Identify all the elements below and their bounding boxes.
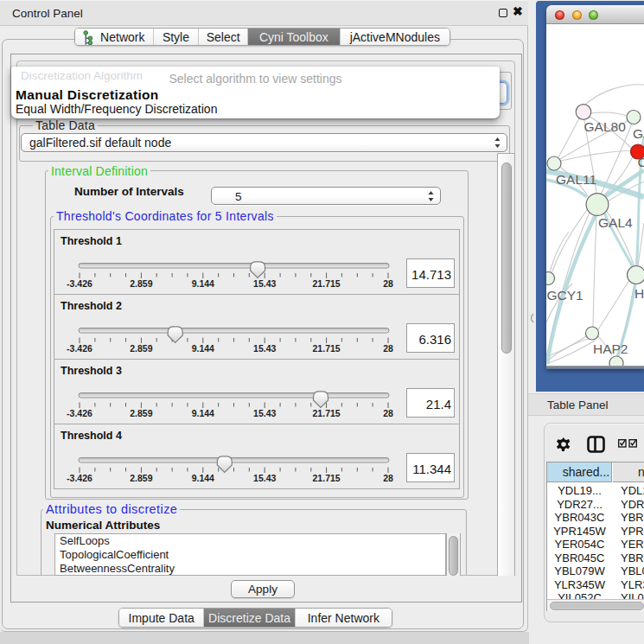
svg-text:2.859: 2.859 xyxy=(130,343,152,354)
svg-text:28: 28 xyxy=(383,278,393,289)
svg-text:14.713: 14.713 xyxy=(411,267,451,282)
svg-text:21.715: 21.715 xyxy=(313,408,341,418)
svg-text:2.859: 2.859 xyxy=(130,408,152,418)
svg-text:-3.426: -3.426 xyxy=(67,278,92,289)
svg-text:-3.426: -3.426 xyxy=(67,343,92,354)
svg-text:28: 28 xyxy=(383,408,393,418)
svg-text:2.859: 2.859 xyxy=(130,278,152,289)
svg-text:-3.426: -3.426 xyxy=(67,408,92,418)
svg-text:HAP2: HAP2 xyxy=(593,341,628,356)
svg-text:9.144: 9.144 xyxy=(192,343,214,354)
svg-text:21.715: 21.715 xyxy=(313,473,341,483)
svg-text:Threshold 1: Threshold 1 xyxy=(61,235,122,247)
svg-text:HI: HI xyxy=(634,286,644,301)
svg-text:Threshold 4: Threshold 4 xyxy=(61,430,122,442)
svg-text:21.715: 21.715 xyxy=(313,343,341,354)
svg-text:9.144: 9.144 xyxy=(192,278,214,289)
svg-text:15.43: 15.43 xyxy=(253,278,276,289)
svg-text:GAL80: GAL80 xyxy=(584,119,627,134)
svg-text:-3.426: -3.426 xyxy=(67,473,92,483)
svg-text:Threshold 3: Threshold 3 xyxy=(61,365,122,377)
svg-text:GA: GA xyxy=(633,126,644,141)
svg-text:11.344: 11.344 xyxy=(412,462,451,476)
svg-text:GAL4: GAL4 xyxy=(598,215,633,230)
svg-text:6.316: 6.316 xyxy=(418,332,451,347)
svg-text:15.43: 15.43 xyxy=(253,408,276,418)
svg-text:15.43: 15.43 xyxy=(253,473,276,483)
svg-text:15.43: 15.43 xyxy=(253,343,276,354)
svg-text:9.144: 9.144 xyxy=(192,408,214,418)
svg-text:9.144: 9.144 xyxy=(192,473,214,483)
svg-text:CA: CA xyxy=(638,155,644,169)
svg-text:GCY1: GCY1 xyxy=(547,288,583,303)
svg-text:GAL11: GAL11 xyxy=(556,172,596,187)
svg-text:21.4: 21.4 xyxy=(426,397,451,411)
svg-text:Threshold 2: Threshold 2 xyxy=(61,300,122,312)
svg-text:2.859: 2.859 xyxy=(130,473,152,483)
svg-text:28: 28 xyxy=(383,343,393,354)
svg-text:21.715: 21.715 xyxy=(313,278,341,289)
svg-text:28: 28 xyxy=(383,473,393,483)
